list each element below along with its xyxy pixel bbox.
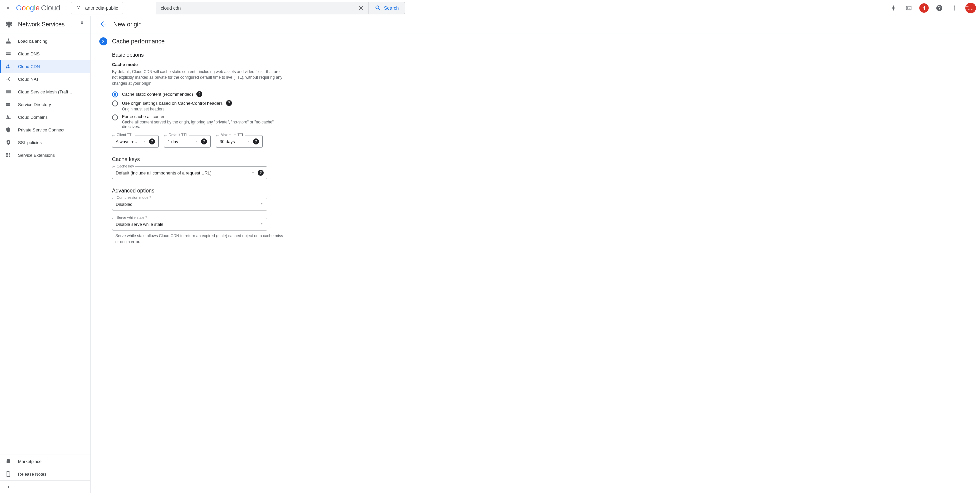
svg-point-2 — [78, 8, 79, 9]
svg-rect-12 — [8, 42, 9, 43]
menu-icon[interactable] — [4, 4, 12, 12]
sidebar-item-ssl-policies[interactable]: SSL policies — [0, 136, 90, 149]
svg-rect-6 — [8, 21, 10, 23]
sidebar-item-cloud-service-mesh[interactable]: Cloud Service Mesh (Traff… — [0, 85, 90, 98]
back-arrow-icon[interactable] — [99, 20, 107, 29]
sidebar-bottom: Marketplace Release Notes — [0, 455, 90, 493]
sidebar-item-cloud-cdn[interactable]: Cloud CDN — [0, 60, 90, 73]
cloud-shell-icon[interactable] — [904, 3, 913, 13]
serve-while-stale-select[interactable]: Disable serve while stale — [112, 218, 267, 230]
svg-point-4 — [954, 7, 955, 8]
sidebar-item-service-extensions[interactable]: Service Extensions — [0, 149, 90, 161]
cache-key-field: Cache key Default (include all component… — [112, 166, 286, 179]
sidebar-item-private-service-connect[interactable]: Private Service Connect — [0, 123, 90, 136]
svg-rect-7 — [6, 25, 8, 26]
project-selector[interactable]: antmedia-public — [71, 2, 123, 14]
form-content: 3 Cache performance Basic options Cache … — [99, 37, 286, 245]
step-title: Cache performance — [112, 38, 165, 45]
project-name: antmedia-public — [85, 5, 118, 11]
main-scroll[interactable]: 3 Cache performance Basic options Cache … — [91, 34, 980, 493]
search-input[interactable] — [156, 5, 354, 11]
svg-rect-16 — [6, 156, 8, 158]
default-ttl-field: Default TTL 1 day ? — [164, 135, 211, 148]
sidebar-item-cloud-domains[interactable]: Cloud Domains — [0, 111, 90, 123]
default-ttl-select[interactable]: 1 day ? — [164, 135, 211, 148]
maximum-ttl-select[interactable]: 30 days ? — [216, 135, 262, 148]
collapse-sidebar-button[interactable] — [0, 480, 90, 493]
svg-rect-8 — [8, 25, 10, 26]
svg-point-0 — [77, 6, 78, 7]
search-box: Search — [156, 2, 405, 14]
svg-rect-13 — [10, 42, 10, 43]
pin-icon[interactable] — [79, 21, 85, 28]
search-button[interactable]: Search — [368, 2, 405, 14]
cache-mode-option-static[interactable]: Cache static content (recommended) ? — [112, 90, 286, 99]
help-icon[interactable]: ? — [253, 139, 259, 144]
app-header: Google Cloud antmedia-public Search 4 An… — [0, 0, 980, 16]
svg-rect-10 — [8, 39, 9, 40]
radio-icon[interactable] — [112, 115, 118, 120]
sidebar-item-load-balancing[interactable]: Load balancing — [0, 35, 90, 47]
step-header: 3 Cache performance — [99, 37, 286, 45]
network-services-icon — [5, 21, 13, 28]
clear-search-icon[interactable] — [354, 5, 368, 11]
page-header: New origin — [91, 16, 980, 34]
page-title: New origin — [113, 21, 142, 28]
cache-keys-heading: Cache keys — [112, 156, 286, 163]
google-cloud-logo[interactable]: Google Cloud — [16, 4, 60, 12]
advanced-options-heading: Advanced options — [112, 188, 286, 194]
sidebar-nav: Load balancing Cloud DNS Cloud CDN Cloud… — [0, 34, 90, 455]
serve-while-stale-description: Serve while stale allows Cloud CDN to re… — [115, 233, 286, 245]
svg-point-5 — [954, 10, 955, 10]
more-icon[interactable] — [950, 3, 959, 13]
cache-mode-description: By default, Cloud CDN will cache static … — [112, 69, 286, 86]
cache-keys-section: Cache keys Cache key Default (include al… — [112, 156, 286, 179]
sidebar-item-service-directory[interactable]: Service Directory — [0, 98, 90, 111]
account-avatar[interactable]: Ant Media — [965, 3, 976, 13]
main-panel: New origin 3 Cache performance Basic opt… — [91, 16, 980, 493]
sidebar-title: Network Services — [18, 21, 74, 28]
chevron-down-icon — [260, 202, 264, 207]
chevron-down-icon — [260, 222, 264, 227]
svg-point-3 — [954, 5, 955, 6]
svg-rect-11 — [6, 42, 7, 43]
svg-point-1 — [79, 6, 80, 7]
help-icon[interactable]: ? — [201, 139, 207, 144]
cache-mode-label: Cache mode — [112, 62, 286, 67]
sidebar: Network Services Load balancing Cloud DN… — [0, 16, 91, 493]
ttl-row: Client TTL Always rev… ? Default TTL 1 d… — [112, 135, 286, 148]
sidebar-item-cloud-dns[interactable]: Cloud DNS — [0, 47, 90, 60]
maximum-ttl-field: Maximum TTL 30 days ? — [216, 135, 262, 148]
svg-rect-15 — [9, 153, 11, 155]
sidebar-item-cloud-nat[interactable]: Cloud NAT — [0, 73, 90, 85]
chevron-down-icon — [194, 139, 198, 144]
help-icon[interactable]: ? — [196, 91, 202, 97]
serve-while-stale-field: Serve while stale * Disable serve while … — [112, 218, 286, 230]
help-icon[interactable]: ? — [258, 170, 264, 176]
svg-rect-9 — [11, 25, 12, 26]
chevron-down-icon — [247, 139, 250, 144]
help-icon[interactable] — [935, 3, 944, 13]
basic-options-section: Basic options Cache mode By default, Clo… — [112, 52, 286, 148]
cache-mode-option-origin[interactable]: Use origin settings based on Cache-Contr… — [112, 99, 286, 113]
gemini-icon[interactable] — [889, 3, 898, 13]
compression-mode-select[interactable]: Disabled — [112, 198, 267, 211]
svg-rect-17 — [9, 156, 11, 158]
radio-icon[interactable] — [112, 91, 118, 97]
chevron-down-icon — [251, 171, 255, 176]
help-icon[interactable]: ? — [149, 139, 155, 144]
radio-icon[interactable] — [112, 101, 118, 107]
step-number-badge: 3 — [99, 37, 107, 45]
notifications-badge[interactable]: 4 — [920, 3, 929, 13]
help-icon[interactable]: ? — [226, 100, 232, 106]
sidebar-item-marketplace[interactable]: Marketplace — [0, 455, 90, 467]
client-ttl-field: Client TTL Always rev… ? — [112, 135, 159, 148]
svg-rect-14 — [6, 153, 8, 155]
app-body: Network Services Load balancing Cloud DN… — [0, 16, 980, 493]
cache-mode-option-force[interactable]: Force cache all content Cache all conten… — [112, 113, 286, 131]
advanced-options-section: Advanced options Compression mode * Disa… — [112, 188, 286, 245]
cache-key-select[interactable]: Default (include all components of a req… — [112, 166, 267, 179]
client-ttl-select[interactable]: Always rev… ? — [112, 135, 159, 148]
sidebar-item-release-notes[interactable]: Release Notes — [0, 467, 90, 480]
sidebar-header: Network Services — [0, 16, 90, 34]
